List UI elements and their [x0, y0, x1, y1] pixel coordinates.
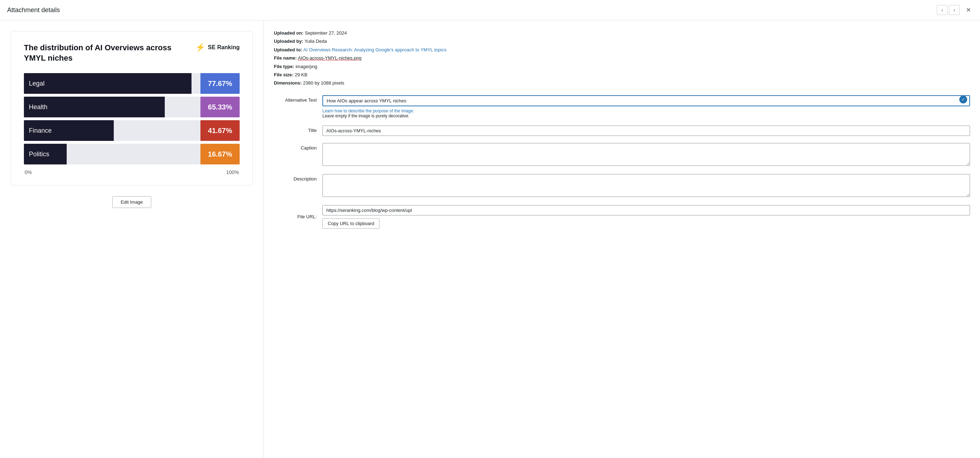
file-size-line: File size: 29 KB [274, 71, 970, 79]
prev-button[interactable]: ‹ [937, 5, 948, 15]
uploaded-on-label: Uploaded on: [274, 30, 304, 36]
bar-label: Legal [29, 80, 45, 87]
file-url-wrap: Copy URL to clipboard [322, 205, 970, 229]
bars-area: Legal77.67%Health65.33%Finance41.67%Poli… [24, 73, 240, 164]
meta-section: Uploaded on: September 27, 2024 Uploaded… [274, 29, 970, 87]
bar-pct: 16.67% [200, 144, 240, 164]
brand-logo: ⚡ SE Ranking [196, 43, 240, 52]
bar-pct: 65.33% [200, 97, 240, 118]
uploaded-on-line: Uploaded on: September 27, 2024 [274, 29, 970, 37]
alt-text-label: Alternative Text [274, 95, 317, 103]
edit-btn-row: Edit Image [112, 196, 151, 208]
axis-start: 0% [25, 169, 32, 175]
main-content: The distribution of AI Overviews across … [0, 20, 980, 458]
uploaded-to-line: Uploaded to: AI Overviews Research: Anal… [274, 46, 970, 54]
dimensions-line: Dimensions: 2380 by 1088 pixels [274, 79, 970, 87]
alt-text-row: Alternative Text ✓ Learn how to describe… [274, 95, 970, 118]
axis-end: 100% [226, 169, 239, 175]
caption-textarea[interactable] [322, 143, 970, 166]
file-url-row: File URL: Copy URL to clipboard [274, 205, 970, 229]
brand-name: SE Ranking [208, 44, 240, 51]
page-title: Attachment details [7, 6, 60, 14]
bar-label: Politics [29, 151, 49, 158]
dimensions-value: 2380 by 1088 pixels [303, 80, 345, 86]
alt-hint-link[interactable]: Learn how to describe the purpose of the… [322, 108, 414, 113]
file-type-value: image/png [296, 64, 317, 69]
bar-row: Legal77.67% [24, 73, 240, 94]
left-panel: The distribution of AI Overviews across … [0, 20, 264, 458]
file-size-label: File size: [274, 72, 293, 77]
bar-pct: 77.67% [200, 73, 240, 94]
close-button[interactable]: × [964, 6, 973, 14]
next-button[interactable]: › [949, 5, 960, 15]
alt-check-icon: ✓ [959, 95, 967, 103]
title-label: Title [274, 126, 317, 133]
bar-row: Finance41.67% [24, 120, 240, 141]
attachment-details-window: Attachment details ‹ › × The distributio… [0, 0, 980, 458]
chart-header: The distribution of AI Overviews across … [24, 43, 240, 63]
brand-icon: ⚡ [196, 43, 205, 52]
alt-hint-2: Leave empty if the image is purely decor… [322, 113, 409, 118]
description-textarea[interactable] [322, 174, 970, 197]
bar-fill [24, 73, 191, 94]
caption-row: Caption [274, 143, 970, 167]
dimensions-label: Dimensions: [274, 80, 302, 86]
bar-pct: 41.67% [200, 120, 240, 141]
uploaded-by-value: Yulia Deda [305, 38, 327, 44]
caption-control-wrap [322, 143, 970, 167]
file-type-line: File type: image/png [274, 62, 970, 71]
alt-text-control-wrap: ✓ Learn how to describe the purpose of t… [322, 95, 970, 118]
caption-label: Caption [274, 143, 317, 151]
uploaded-to-link[interactable]: AI Overviews Research: Analyzing Google'… [303, 47, 446, 52]
uploaded-to-label: Uploaded to: [274, 47, 302, 52]
axis-labels: 0% 100% [24, 169, 240, 175]
chart-container: The distribution of AI Overviews across … [11, 31, 253, 186]
title-row: Title [274, 126, 970, 136]
right-panel: Uploaded on: September 27, 2024 Uploaded… [264, 20, 980, 458]
file-name-line: File name: AIOs-across-YMYL-niches.png [274, 54, 970, 62]
alt-hint: Learn how to describe the purpose of the… [322, 108, 970, 118]
copy-url-button[interactable]: Copy URL to clipboard [322, 218, 379, 229]
form-section: Alternative Text ✓ Learn how to describe… [274, 95, 970, 229]
description-label: Description [274, 174, 317, 181]
alt-text-input[interactable] [322, 95, 970, 106]
title-bar-controls: ‹ › × [937, 5, 973, 15]
bar-label: Health [29, 103, 48, 111]
file-url-input[interactable] [322, 205, 970, 215]
uploaded-by-line: Uploaded by: Yulia Deda [274, 37, 970, 45]
file-name-value: AIOs-across-YMYL-niches.png [298, 55, 361, 60]
bar-row: Politics16.67% [24, 144, 240, 164]
uploaded-by-label: Uploaded by: [274, 38, 303, 44]
file-size-value: 29 KB [295, 72, 307, 77]
chart-title: The distribution of AI Overviews across … [24, 43, 174, 63]
title-control-wrap [322, 126, 970, 136]
title-bar: Attachment details ‹ › × [0, 0, 980, 20]
description-control-wrap [322, 174, 970, 198]
file-name-label: File name: [274, 55, 297, 60]
description-row: Description [274, 174, 970, 198]
edit-image-button[interactable]: Edit Image [112, 196, 151, 208]
alt-input-wrap: ✓ [322, 95, 970, 106]
title-input[interactable] [322, 126, 970, 136]
bar-label: Finance [29, 127, 52, 135]
file-url-label: File URL: [274, 214, 317, 219]
file-type-label: File type: [274, 64, 294, 69]
bar-row: Health65.33% [24, 97, 240, 118]
uploaded-on-value: September 27, 2024 [305, 30, 347, 36]
